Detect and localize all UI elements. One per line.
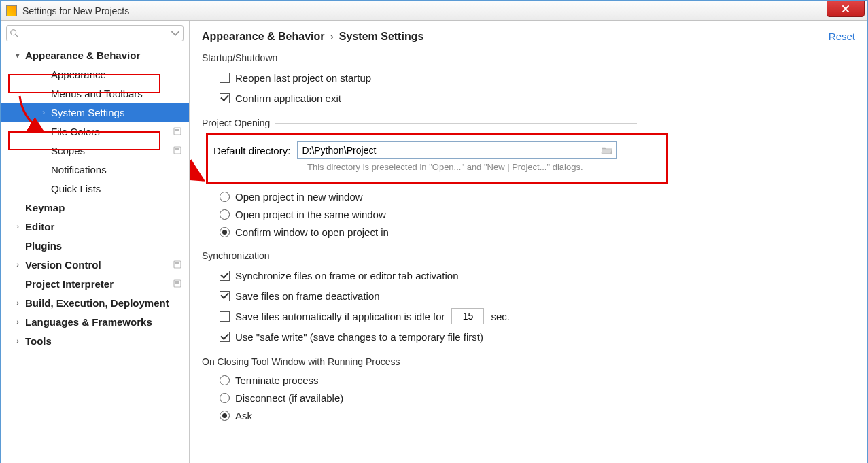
sidebar-item-label: Notifications <box>51 164 107 175</box>
sidebar-item[interactable]: Appearance <box>1 65 189 84</box>
section-sync: Synchronization Synchronize files on fra… <box>202 250 637 347</box>
label-save-idle: Save files automatically if application … <box>235 311 445 322</box>
chevron-right-icon: › <box>13 222 22 230</box>
chevron-right-icon: › <box>13 318 22 326</box>
sidebar-item[interactable]: ›Version Control <box>1 255 189 274</box>
sidebar-item[interactable]: Menus and Toolbars <box>1 84 189 103</box>
sidebar-item-label: Tools <box>25 335 52 347</box>
section-closing: On Closing Tool Window with Running Proc… <box>202 356 637 424</box>
label-default-directory: Default directory: <box>213 145 290 156</box>
sidebar-item-label: Appearance <box>51 69 106 80</box>
chevron-right-icon: › <box>13 298 22 307</box>
section-project-opening: Project Opening Default directory: This … <box>202 118 855 241</box>
project-scope-icon <box>173 145 182 155</box>
chevron-down-icon <box>171 29 180 38</box>
label-confirm-window: Confirm window to open project in <box>235 226 389 238</box>
search-icon <box>10 29 19 38</box>
breadcrumb-sep: › <box>330 31 334 43</box>
reset-link[interactable]: Reset <box>829 31 855 42</box>
chevron-right-icon: › <box>13 337 22 345</box>
search-input[interactable] <box>19 29 171 39</box>
search-field[interactable] <box>6 25 184 41</box>
sidebar-item[interactable]: ▾Appearance & Behavior <box>1 46 189 65</box>
checkbox-sync-frame[interactable] <box>220 271 230 281</box>
label-disconnect: Disconnect (if available) <box>235 392 343 404</box>
section-startup-title: Startup/Shutdown <box>202 52 277 63</box>
close-button[interactable] <box>827 1 865 17</box>
label-reopen-last: Reopen last project on startup <box>235 72 371 84</box>
svg-rect-7 <box>175 262 179 264</box>
svg-rect-3 <box>175 129 179 131</box>
folder-icon[interactable] <box>601 145 613 155</box>
section-sync-title: Synchronization <box>202 250 270 261</box>
sidebar-item[interactable]: ›Editor <box>1 217 189 236</box>
sidebar-item[interactable]: Keymap <box>1 198 189 217</box>
svg-line-1 <box>16 35 18 37</box>
sidebar-item-label: Keymap <box>25 202 65 213</box>
label-confirm-exit: Confirm application exit <box>235 92 341 104</box>
default-directory-field[interactable] <box>297 141 617 159</box>
radio-disconnect[interactable] <box>220 393 230 403</box>
checkbox-confirm-exit[interactable] <box>220 93 230 103</box>
sidebar-item-label: System Settings <box>51 107 124 118</box>
breadcrumb: Appearance & Behavior › System Settings <box>202 31 855 43</box>
label-sync-frame: Synchronize files on frame or editor tab… <box>235 270 459 281</box>
project-scope-icon <box>173 260 182 269</box>
default-directory-hint: This directory is preselected in "Open..… <box>307 162 661 172</box>
main-area: ▾Appearance & Behavior Appearance Menus … <box>1 21 867 463</box>
sidebar-item[interactable]: ›Build, Execution, Deployment <box>1 293 189 312</box>
sidebar-item[interactable]: Scopes <box>1 141 189 160</box>
label-open-same-window: Open project in the same window <box>235 209 386 220</box>
svg-rect-5 <box>175 148 179 150</box>
sidebar: ▾Appearance & Behavior Appearance Menus … <box>1 21 190 463</box>
project-scope-icon <box>173 279 182 288</box>
annotation-box-default-dir: Default directory: This directory is pre… <box>206 133 668 184</box>
sidebar-item[interactable]: ›System Settings <box>1 103 189 122</box>
sidebar-item-label: Scopes <box>51 145 85 156</box>
label-open-new-window: Open project in new window <box>235 191 363 203</box>
radio-terminate[interactable] <box>220 375 230 385</box>
sidebar-item[interactable]: ›Tools <box>1 331 189 350</box>
window-title: Settings for New Projects <box>22 5 129 16</box>
sidebar-item-label: Menus and Toolbars <box>51 88 143 99</box>
titlebar: Settings for New Projects <box>1 1 867 21</box>
radio-confirm-window[interactable] <box>220 227 230 237</box>
default-directory-input[interactable] <box>302 145 601 156</box>
checkbox-reopen-last[interactable] <box>220 73 230 83</box>
sidebar-item[interactable]: Project Interpreter <box>1 274 189 293</box>
sidebar-item[interactable]: Notifications <box>1 160 189 179</box>
sidebar-item-label: Editor <box>25 221 54 233</box>
sidebar-item[interactable]: Quick Lists <box>1 179 189 198</box>
radio-ask[interactable] <box>220 411 230 421</box>
app-icon <box>6 5 17 16</box>
label-save-deact: Save files on frame deactivation <box>235 290 380 302</box>
sidebar-item-label: Appearance & Behavior <box>25 50 140 61</box>
sidebar-item[interactable]: Plugins <box>1 236 189 255</box>
radio-open-new-window[interactable] <box>220 192 230 202</box>
content-panel: Appearance & Behavior › System Settings … <box>190 21 867 463</box>
checkbox-save-deact[interactable] <box>220 291 230 301</box>
chevron-right-icon: › <box>39 108 48 116</box>
label-safe-write: Use "safe write" (save changes to a temp… <box>235 331 483 343</box>
close-icon <box>841 4 850 14</box>
breadcrumb-child: System Settings <box>339 31 423 43</box>
sidebar-item-label: Languages & Frameworks <box>25 316 152 328</box>
sidebar-item-label: Quick Lists <box>51 183 101 194</box>
section-startup: Startup/Shutdown Reopen last project on … <box>202 52 637 108</box>
sidebar-item-label: Build, Execution, Deployment <box>25 297 169 309</box>
section-project-opening-title: Project Opening <box>202 118 270 128</box>
checkbox-save-idle[interactable] <box>220 311 230 322</box>
sidebar-item-label: Project Interpreter <box>25 278 114 290</box>
input-idle-seconds[interactable] <box>451 308 484 324</box>
chevron-down-icon: ▾ <box>13 51 22 60</box>
chevron-right-icon: › <box>13 260 22 269</box>
sidebar-item[interactable]: ›Languages & Frameworks <box>1 312 189 331</box>
section-closing-title: On Closing Tool Window with Running Proc… <box>202 356 400 367</box>
svg-point-0 <box>11 30 16 35</box>
sidebar-item[interactable]: File Colors <box>1 122 189 141</box>
breadcrumb-parent: Appearance & Behavior <box>202 31 325 43</box>
checkbox-safe-write[interactable] <box>220 332 230 342</box>
settings-tree[interactable]: ▾Appearance & Behavior Appearance Menus … <box>1 46 189 463</box>
radio-open-same-window[interactable] <box>220 209 230 220</box>
sidebar-item-label: Version Control <box>25 259 101 271</box>
